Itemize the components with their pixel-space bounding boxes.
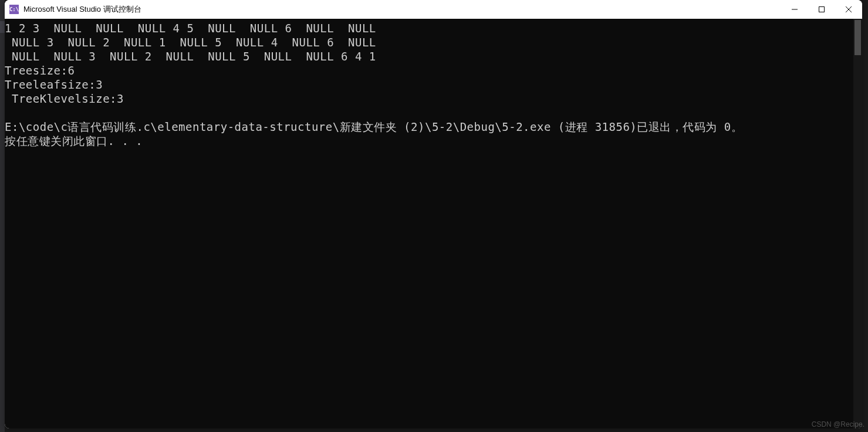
console-output: 1 2 3 NULL NULL NULL 4 5 NULL NULL 6 NUL… [5, 19, 862, 148]
window-controls [781, 0, 862, 19]
close-button[interactable] [835, 0, 862, 19]
maximize-icon [819, 6, 825, 12]
maximize-button[interactable] [808, 0, 835, 19]
editor-left-edge-marker [0, 21, 5, 33]
editor-left-edge [0, 0, 5, 432]
console-area[interactable]: 1 2 3 NULL NULL NULL 4 5 NULL NULL 6 NUL… [5, 19, 862, 428]
window-title: Microsoft Visual Studio 调试控制台 [23, 4, 781, 15]
svg-rect-1 [819, 7, 825, 12]
minimize-icon [792, 6, 798, 12]
vertical-scrollbar[interactable] [853, 19, 862, 428]
app-icon: C:\ [9, 5, 19, 14]
console-window: C:\ Microsoft Visual Studio 调试控制台 1 2 3 … [5, 0, 862, 428]
close-icon [846, 6, 852, 12]
minimize-button[interactable] [781, 0, 808, 19]
watermark: CSDN @Recipe. [812, 420, 864, 428]
titlebar[interactable]: C:\ Microsoft Visual Studio 调试控制台 [5, 0, 862, 19]
scrollbar-thumb[interactable] [855, 20, 861, 55]
